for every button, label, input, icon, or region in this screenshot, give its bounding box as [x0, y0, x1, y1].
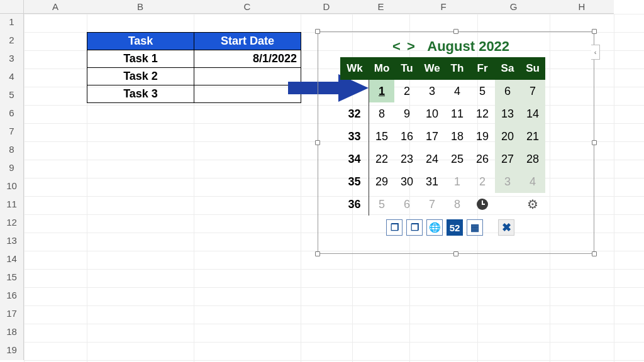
calendar-day[interactable]: 20 — [495, 125, 520, 148]
calendar-day[interactable]: 2 — [394, 80, 419, 102]
globe-icon[interactable]: 🌐 — [426, 219, 443, 236]
row-header[interactable]: 11 — [0, 196, 24, 214]
settings-button[interactable]: ⚙ — [520, 193, 545, 216]
calendar-day[interactable]: 5 — [369, 193, 394, 216]
row-header[interactable]: 16 — [0, 287, 24, 305]
windows-icon[interactable]: ❐ — [406, 219, 423, 236]
gear-icon[interactable]: ⚙ — [527, 197, 538, 212]
calendar-day[interactable]: 4 — [445, 80, 470, 102]
resize-handle[interactable] — [315, 140, 320, 145]
calendar-day[interactable]: 26 — [470, 148, 495, 170]
week-header: Wk — [340, 57, 369, 80]
column-header[interactable]: B — [87, 0, 194, 14]
calendar-day[interactable]: 10 — [419, 102, 445, 125]
datepicker-object-frame[interactable]: ‹ < > August 2022 WkMoTuWeThFrSaSu123456… — [318, 31, 594, 254]
resize-handle[interactable] — [592, 29, 597, 34]
resize-handle[interactable] — [592, 251, 597, 256]
calendar-day[interactable]: 13 — [495, 102, 520, 125]
row-header[interactable]: 17 — [0, 305, 24, 324]
row-header[interactable]: 18 — [0, 324, 24, 342]
calendar-day[interactable]: 2 — [470, 170, 495, 193]
date-cell[interactable] — [194, 68, 301, 85]
row-header[interactable]: 13 — [0, 233, 24, 251]
calendar-day[interactable]: 6 — [394, 193, 419, 216]
row-header[interactable]: 10 — [0, 178, 24, 196]
column-header[interactable]: D — [301, 0, 352, 14]
day-header: We — [419, 57, 445, 80]
select-all-corner[interactable] — [0, 0, 24, 14]
task-cell[interactable]: Task 3 — [87, 85, 194, 103]
calendar-day[interactable]: 25 — [445, 148, 470, 170]
task-cell[interactable]: Task 2 — [87, 68, 194, 85]
resize-handle[interactable] — [315, 29, 320, 34]
row-header[interactable]: 8 — [0, 141, 24, 160]
calendar-day[interactable]: 3 — [495, 170, 520, 193]
calendar-day[interactable]: 29 — [369, 170, 394, 193]
row-header[interactable]: 9 — [0, 160, 24, 178]
week-number-icon[interactable]: 52 — [447, 219, 463, 236]
row-header[interactable]: 15 — [0, 269, 24, 287]
row-header[interactable]: 14 — [0, 251, 24, 269]
row-header[interactable]: 5 — [0, 87, 24, 105]
calendar-day[interactable]: 14 — [520, 102, 545, 125]
calendar-day[interactable]: 17 — [419, 125, 445, 148]
resize-handle[interactable] — [453, 29, 458, 34]
collapse-tab[interactable]: ‹ — [591, 45, 600, 60]
calendar-day[interactable]: 1 — [369, 80, 394, 102]
calendar-day[interactable]: 4 — [520, 170, 545, 193]
row-header[interactable]: 3 — [0, 50, 24, 69]
calendar-day[interactable]: 15 — [369, 125, 394, 148]
calendar-day[interactable]: 19 — [470, 125, 495, 148]
task-cell[interactable]: Task 1 — [87, 50, 194, 68]
column-header[interactable]: A — [24, 0, 87, 14]
calendar-day[interactable]: 31 — [419, 170, 445, 193]
column-header[interactable]: H — [550, 0, 614, 14]
calendar-day[interactable]: 8 — [369, 102, 394, 125]
row-header[interactable]: 19 — [0, 342, 24, 360]
calendar-day[interactable]: 7 — [419, 193, 445, 216]
calendar-day[interactable]: 23 — [394, 148, 419, 170]
calendar-day[interactable]: 18 — [445, 125, 470, 148]
row-header[interactable]: 1 — [0, 14, 24, 32]
resize-handle[interactable] — [315, 251, 320, 256]
date-cell[interactable]: 8/1/2022 — [194, 50, 301, 68]
calendar-day[interactable]: 22 — [369, 148, 394, 170]
column-header[interactable]: C — [194, 0, 301, 14]
month-year-label[interactable]: August 2022 — [427, 38, 509, 54]
close-button[interactable]: ✖ — [498, 219, 514, 236]
next-month-button[interactable]: > — [406, 38, 416, 54]
date-cell[interactable] — [194, 85, 301, 103]
calendar-day[interactable]: 16 — [394, 125, 419, 148]
calendar-day[interactable]: 9 — [394, 102, 419, 125]
row-header[interactable]: 12 — [0, 214, 24, 233]
calendar-day[interactable]: 7 — [520, 80, 545, 102]
column-header[interactable]: E — [352, 0, 409, 14]
calendar-day[interactable]: 3 — [419, 80, 445, 102]
row-header[interactable]: 4 — [0, 69, 24, 87]
clock-icon[interactable] — [477, 199, 488, 210]
resize-handle[interactable] — [453, 251, 458, 256]
calendar-day[interactable]: 27 — [495, 148, 520, 170]
row-header[interactable]: 2 — [0, 32, 24, 50]
window-icon[interactable]: ❐ — [386, 219, 402, 236]
row-header[interactable]: 6 — [0, 105, 24, 123]
calendar-day[interactable]: 6 — [495, 80, 520, 102]
calendar-day[interactable]: 30 — [394, 170, 419, 193]
calendar-day[interactable]: 28 — [520, 148, 545, 170]
week-number — [340, 80, 369, 102]
clock-button[interactable] — [470, 193, 495, 216]
grid-icon[interactable]: ▦ — [467, 219, 483, 236]
calendar-day[interactable]: 1 — [445, 170, 470, 193]
calendar-day[interactable]: 11 — [445, 102, 470, 125]
calendar-day[interactable]: 21 — [520, 125, 545, 148]
calendar-day[interactable]: 12 — [470, 102, 495, 125]
calendar-day[interactable]: 8 — [445, 193, 470, 216]
row-header[interactable]: 7 — [0, 123, 24, 141]
column-header[interactable]: F — [409, 0, 477, 14]
calendar-day[interactable]: 24 — [419, 148, 445, 170]
calendar-grid: WkMoTuWeThFrSaSu123456732891011121314331… — [340, 57, 560, 216]
calendar-day[interactable]: 5 — [470, 80, 495, 102]
prev-month-button[interactable]: < — [391, 38, 402, 54]
resize-handle[interactable] — [592, 140, 597, 145]
column-header[interactable]: G — [477, 0, 550, 14]
